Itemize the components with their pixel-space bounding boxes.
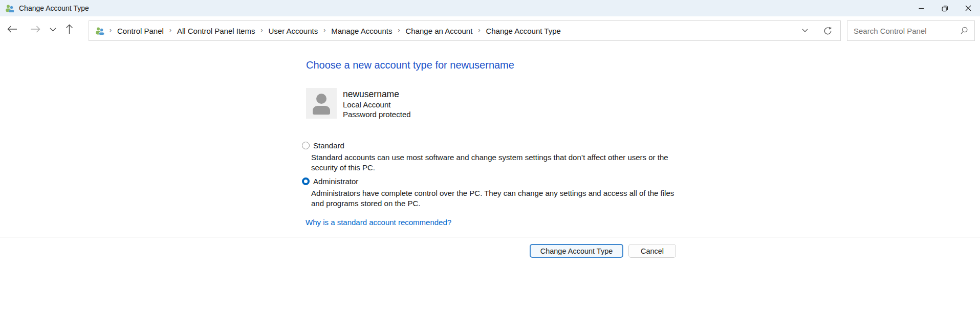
administrator-description: Administrators have complete control ove… xyxy=(311,188,685,209)
search-box xyxy=(847,20,975,41)
forward-arrow-icon xyxy=(30,26,40,33)
control-panel-window: Change Account Type xyxy=(0,0,980,312)
restore-icon xyxy=(942,5,948,12)
user-password-status: Password protected xyxy=(343,110,411,119)
breadcrumb-separator: › xyxy=(319,27,330,34)
chevron-down-icon xyxy=(50,28,56,32)
breadcrumb-all-control-panel-items[interactable]: All Control Panel Items xyxy=(176,27,256,35)
user-tile: newusername Local Account Password prote… xyxy=(306,88,411,119)
page-title: Choose a new account type for newusernam… xyxy=(306,59,514,71)
search-input[interactable] xyxy=(847,27,960,35)
search-icon[interactable] xyxy=(960,27,968,35)
breadcrumb-separator: › xyxy=(473,27,485,34)
recent-pages-button[interactable] xyxy=(50,28,56,32)
breadcrumb-separator: › xyxy=(105,27,116,34)
close-icon xyxy=(965,5,971,11)
minimize-icon xyxy=(919,6,924,11)
breadcrumb: › Control Panel › All Control Panel Item… xyxy=(105,27,562,35)
standard-radio-button[interactable] xyxy=(302,142,310,149)
navigation-bar: › Control Panel › All Control Panel Item… xyxy=(0,16,980,43)
administrator-radio-label[interactable]: Administrator xyxy=(313,177,358,186)
breadcrumb-separator: › xyxy=(393,27,404,34)
user-info: newusername Local Account Password prote… xyxy=(343,88,411,119)
close-button[interactable] xyxy=(956,0,980,16)
address-dropdown-button[interactable] xyxy=(802,29,808,33)
window-controls xyxy=(909,0,980,16)
breadcrumb-control-panel[interactable]: Control Panel xyxy=(116,27,165,35)
why-standard-recommended-link[interactable]: Why is a standard account recommended? xyxy=(306,218,451,227)
refresh-button[interactable] xyxy=(823,27,832,35)
restore-button[interactable] xyxy=(933,0,956,16)
breadcrumb-separator: › xyxy=(165,27,176,34)
user-accounts-icon xyxy=(5,4,15,13)
user-name: newusername xyxy=(343,88,411,100)
address-bar[interactable]: › Control Panel › All Control Panel Item… xyxy=(89,20,841,41)
footer-separator xyxy=(0,237,980,237)
option-administrator: Administrator Administrators have comple… xyxy=(302,177,685,209)
address-bar-actions xyxy=(802,27,840,35)
window-title: Change Account Type xyxy=(19,4,89,12)
forward-button[interactable] xyxy=(30,26,40,33)
breadcrumb-separator: › xyxy=(256,27,267,34)
standard-description: Standard accounts can use most software … xyxy=(311,152,685,173)
back-arrow-icon xyxy=(7,26,17,33)
administrator-radio-button[interactable] xyxy=(302,177,310,185)
breadcrumb-manage-accounts[interactable]: Manage Accounts xyxy=(330,27,393,35)
cancel-button[interactable]: Cancel xyxy=(628,244,676,258)
chevron-down-icon xyxy=(802,29,808,33)
title-bar: Change Account Type xyxy=(0,0,980,16)
breadcrumb-change-account-type[interactable]: Change Account Type xyxy=(485,27,562,35)
administrator-radio-row[interactable]: Administrator xyxy=(302,177,685,186)
up-button[interactable] xyxy=(66,24,73,34)
user-accounts-icon xyxy=(95,27,105,35)
avatar xyxy=(306,88,337,119)
standard-radio-row[interactable]: Standard xyxy=(302,141,685,150)
up-arrow-icon xyxy=(66,24,73,34)
breadcrumb-change-an-account[interactable]: Change an Account xyxy=(404,27,473,35)
breadcrumb-user-accounts[interactable]: User Accounts xyxy=(267,27,319,35)
user-account-type: Local Account xyxy=(343,100,411,109)
option-standard: Standard Standard accounts can use most … xyxy=(302,141,685,173)
minimize-button[interactable] xyxy=(909,0,933,16)
refresh-icon xyxy=(823,27,832,35)
back-button[interactable] xyxy=(7,26,17,33)
change-account-type-button[interactable]: Change Account Type xyxy=(530,244,623,258)
standard-radio-label[interactable]: Standard xyxy=(313,141,344,150)
avatar-person-icon xyxy=(316,94,326,104)
